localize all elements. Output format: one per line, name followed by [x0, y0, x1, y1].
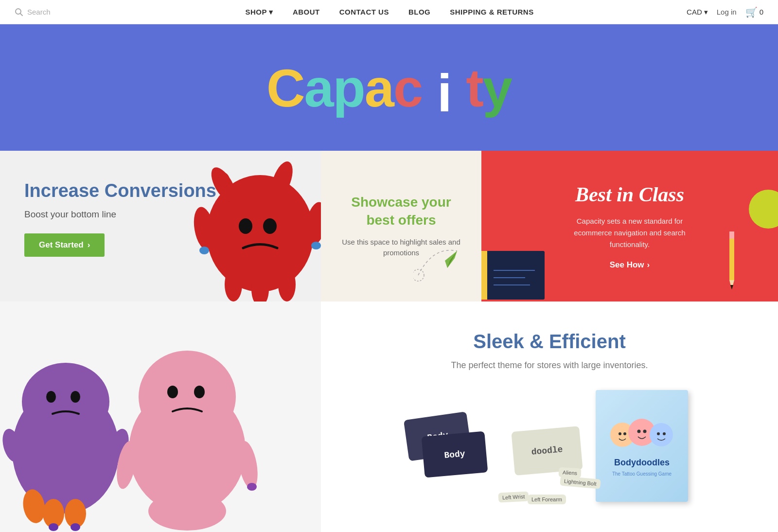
card-light-label: doodle	[531, 444, 563, 457]
svg-point-13	[199, 247, 209, 254]
best-in-class-body: Capacity sets a new standard for ecommer…	[562, 215, 698, 250]
svg-point-44	[247, 483, 257, 491]
svg-point-51	[637, 430, 641, 433]
cart-count: 0	[760, 8, 763, 16]
see-how-arrow-icon: ›	[647, 260, 650, 270]
sleek-subtext: The perfect theme for stores with large …	[451, 360, 648, 371]
small-card-3: Left Forearm	[528, 495, 566, 504]
currency-selector[interactable]: CAD ▾	[687, 8, 708, 17]
small-card-1: Left Wrist	[498, 491, 529, 502]
navigation: Search SHOP ▾ ABOUT CONTACT US BLOG	[0, 0, 778, 24]
svg-point-54	[663, 432, 666, 435]
plush-pink-decoration	[112, 329, 263, 532]
svg-point-10	[278, 267, 296, 301]
svg-point-11	[239, 218, 252, 234]
book-title-text: Bodydoodles	[614, 458, 670, 467]
card-dark-front: Body	[422, 431, 488, 478]
nav-link-blog[interactable]: BLOG	[408, 8, 430, 16]
svg-point-34	[49, 523, 58, 531]
svg-point-53	[657, 432, 660, 435]
svg-point-39	[139, 351, 236, 443]
promo-panel-conversions: Increase Conversions Boost your bottom l…	[0, 151, 321, 301]
svg-point-12	[263, 218, 277, 234]
sleek-heading: Sleek & Efficient	[473, 331, 625, 353]
bottom-section: Sleek & Efficient The perfect theme for …	[0, 301, 778, 532]
svg-point-45	[148, 492, 226, 531]
nav-item-blog[interactable]: BLOG	[408, 8, 430, 17]
svg-rect-18	[481, 251, 545, 300]
nav-link-about[interactable]: ABOUT	[293, 8, 320, 16]
svg-point-30	[71, 391, 80, 403]
nav-link-contact[interactable]: CONTACT US	[339, 8, 389, 16]
green-circle-decoration	[749, 190, 778, 229]
svg-rect-19	[481, 251, 487, 300]
small-card-2: Lightning Bolt	[560, 476, 601, 489]
nav-link-shop[interactable]: SHOP ▾	[245, 8, 273, 16]
notebook-decoration	[481, 236, 559, 301]
svg-point-8	[225, 267, 242, 301]
svg-point-40	[167, 386, 178, 398]
promo-panel-showcase: Showcase your best offers Use this space…	[321, 151, 481, 301]
nav-item-contact[interactable]: CONTACT US	[339, 8, 389, 17]
paper-plane-decoration	[413, 236, 472, 287]
small-card-4: Aliens	[559, 467, 582, 478]
hero-banner: Capacity	[0, 24, 778, 151]
search-icon	[15, 8, 23, 17]
login-link[interactable]: Log in	[717, 8, 737, 16]
currency-label: CAD	[687, 8, 702, 16]
nav-item-shipping[interactable]: SHIPPING & RETURNS	[450, 8, 533, 17]
promo-panel-best-in-class: Best in Class Capacity sets a new standa…	[481, 151, 778, 301]
shop-dropdown-icon: ▾	[269, 8, 273, 16]
svg-point-52	[643, 430, 647, 433]
see-how-link[interactable]: See How ›	[610, 260, 650, 270]
nav-right: CAD ▾ Log in 🛒 0	[687, 6, 763, 18]
get-started-button[interactable]: Get Started ›	[24, 233, 105, 257]
nav-link-shipping[interactable]: SHIPPING & RETURNS	[450, 8, 533, 16]
svg-point-41	[194, 386, 205, 398]
book-title: Bodydoodles	[614, 456, 670, 468]
svg-marker-26	[730, 285, 733, 290]
svg-point-28	[22, 363, 109, 441]
svg-point-29	[46, 391, 56, 403]
svg-line-1	[20, 13, 23, 16]
nav-links: SHOP ▾ ABOUT CONTACT US BLOG SHIPPING & …	[92, 8, 687, 17]
book-subtitle: The Tattoo Guessing Game	[612, 471, 672, 477]
card-dark-front-label: Body	[444, 449, 466, 461]
best-in-class-heading: Best in Class	[575, 182, 684, 207]
svg-point-49	[619, 432, 621, 435]
svg-point-48	[650, 423, 673, 446]
right-promo-area: Sleek & Efficient The perfect theme for …	[321, 301, 778, 532]
currency-dropdown-icon: ▾	[704, 8, 708, 17]
search-bar[interactable]: Search	[15, 8, 92, 17]
promo-grid: Increase Conversions Boost your bottom l…	[0, 151, 778, 301]
svg-point-14	[311, 242, 321, 249]
product-cards: Body Body doodle Left Wrist Lightning Bo…	[411, 390, 688, 502]
nav-item-shop[interactable]: SHOP ▾	[245, 8, 273, 17]
cart-icon: 🛒	[745, 6, 758, 18]
book-cover: Bodydoodles The Tattoo Guessing Game	[596, 390, 688, 502]
svg-point-15	[413, 269, 424, 281]
pencil-decoration	[725, 227, 739, 297]
plush-red-decoration	[185, 151, 321, 301]
search-placeholder: Search	[27, 8, 51, 16]
showcase-heading: Showcase your best offers	[336, 194, 467, 229]
svg-point-35	[71, 523, 80, 531]
nav-item-about[interactable]: ABOUT	[293, 8, 320, 17]
arrow-right-icon: ›	[88, 240, 90, 250]
svg-point-4	[218, 173, 230, 187]
cart-button[interactable]: 🛒 0	[745, 6, 763, 18]
svg-point-50	[623, 432, 626, 435]
hero-title: Capacity	[266, 57, 512, 119]
svg-rect-24	[729, 231, 734, 239]
plush-photo-area	[0, 301, 321, 532]
